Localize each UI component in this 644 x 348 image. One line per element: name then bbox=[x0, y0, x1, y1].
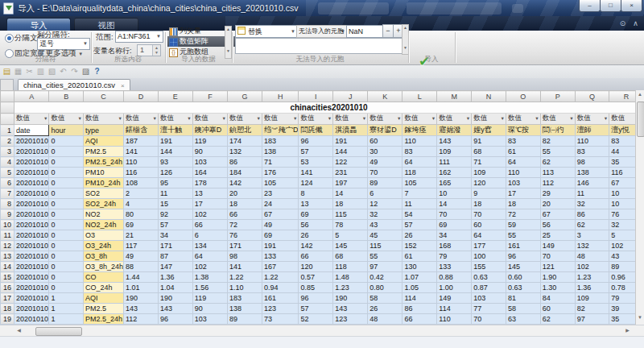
value-cell[interactable]: 105 bbox=[262, 178, 299, 188]
value-cell[interactable]: 1.01 bbox=[123, 283, 158, 293]
value-cell[interactable]: 43 bbox=[368, 220, 402, 230]
value-cell[interactable]: 77 bbox=[472, 304, 506, 314]
row-header[interactable]: 10 bbox=[1, 220, 14, 230]
value-cell[interactable]: 1.00 bbox=[437, 283, 472, 293]
value-cell[interactable]: 17 bbox=[506, 188, 540, 199]
dropdown-arrow-icon[interactable]: ▼ bbox=[293, 114, 297, 124]
value-cell[interactable]: 67 bbox=[540, 209, 575, 220]
value-cell[interactable]: 96 bbox=[299, 293, 333, 304]
column-type-cell[interactable]: ▼数值 bbox=[49, 114, 84, 125]
date-cell[interactable]: 20201010 bbox=[14, 241, 48, 251]
value-cell[interactable]: 25 bbox=[540, 230, 575, 241]
hour-cell[interactable]: 0 bbox=[49, 283, 84, 293]
variable-name-cell[interactable]: chinacities20201010 bbox=[14, 102, 643, 114]
hour-cell[interactable]: 0 bbox=[49, 178, 84, 188]
value-cell[interactable]: 1.22 bbox=[227, 272, 262, 283]
header-cell[interactable]: 鐭冲搴D bbox=[192, 125, 227, 136]
value-cell[interactable]: 14 bbox=[333, 188, 368, 199]
hour-cell[interactable]: 0 bbox=[49, 272, 84, 283]
value-cell[interactable]: 91 bbox=[472, 136, 506, 147]
header-cell[interactable]: 澶╂触 bbox=[158, 125, 192, 136]
value-cell[interactable]: 141 bbox=[299, 168, 333, 178]
type-cell[interactable]: PM2.5_24h bbox=[83, 157, 123, 168]
value-cell[interactable]: 111 bbox=[437, 157, 472, 168]
value-cell[interactable]: 30 bbox=[368, 147, 402, 157]
value-cell[interactable]: 118 bbox=[333, 262, 368, 272]
value-cell[interactable]: 6 bbox=[192, 230, 227, 241]
date-cell[interactable]: 20201010 bbox=[14, 283, 48, 293]
value-cell[interactable]: 115 bbox=[368, 241, 402, 251]
column-type-cell[interactable]: ▼数值 bbox=[506, 114, 540, 125]
value-cell[interactable]: 98 bbox=[575, 157, 609, 168]
value-cell[interactable]: 17 bbox=[192, 199, 227, 209]
type-cell[interactable]: SO2 bbox=[83, 188, 123, 199]
value-cell[interactable]: 80 bbox=[123, 209, 158, 220]
row-header[interactable]: 14 bbox=[1, 262, 14, 272]
value-cell[interactable]: 161 bbox=[262, 293, 299, 304]
horizontal-scrollbar[interactable]: ◀ ▶ bbox=[0, 325, 644, 337]
value-cell[interactable]: 62 bbox=[540, 314, 575, 325]
row-header[interactable]: 12 bbox=[1, 241, 14, 251]
row-header[interactable]: 6 bbox=[1, 178, 14, 188]
value-cell[interactable]: 171 bbox=[158, 241, 192, 251]
column-type-cell[interactable]: ▼数值 bbox=[192, 114, 227, 125]
scroll-left-icon[interactable]: ◀ bbox=[14, 327, 24, 334]
value-cell[interactable]: 141 bbox=[123, 147, 158, 157]
value-cell[interactable]: 13 bbox=[299, 199, 333, 209]
dropdown-arrow-icon[interactable]: ▼ bbox=[500, 114, 504, 124]
value-cell[interactable]: 49 bbox=[123, 251, 158, 262]
value-cell[interactable]: 102 bbox=[192, 209, 227, 220]
column-header[interactable]: M bbox=[437, 91, 472, 102]
date-cell[interactable]: 20201010 bbox=[14, 251, 48, 262]
row-header[interactable]: 19 bbox=[1, 314, 14, 325]
value-cell[interactable]: 72 bbox=[227, 220, 262, 230]
value-cell[interactable]: 34 bbox=[158, 230, 192, 241]
column-type-cell[interactable]: ▼数值 bbox=[575, 114, 609, 125]
value-cell[interactable]: 138 bbox=[262, 147, 299, 157]
dropdown-arrow-icon[interactable]: ▼ bbox=[431, 114, 436, 124]
value-cell[interactable]: 147 bbox=[158, 262, 192, 272]
value-cell[interactable]: 0.63 bbox=[472, 272, 506, 283]
hour-cell[interactable]: 0 bbox=[49, 157, 84, 168]
value-cell[interactable]: 71 bbox=[262, 157, 299, 168]
header-cell[interactable]: 鍖椾含 bbox=[123, 125, 158, 136]
value-cell[interactable]: 83 bbox=[402, 147, 437, 157]
save-icon[interactable]: ▦ bbox=[13, 66, 23, 77]
date-cell[interactable]: 20201010 bbox=[14, 293, 48, 304]
value-cell[interactable]: 130 bbox=[402, 262, 437, 272]
value-cell[interactable]: 122 bbox=[333, 157, 368, 168]
value-cell[interactable]: 184 bbox=[227, 168, 262, 178]
value-cell[interactable]: 18 bbox=[506, 199, 540, 209]
value-cell[interactable]: 55 bbox=[540, 147, 575, 157]
value-cell[interactable]: 70 bbox=[437, 209, 472, 220]
value-cell[interactable]: 144 bbox=[333, 147, 368, 157]
date-cell[interactable]: 20201010 bbox=[14, 209, 48, 220]
hour-cell[interactable]: 0 bbox=[49, 251, 84, 262]
delimited-file-radio[interactable] bbox=[5, 34, 14, 43]
value-cell[interactable]: 20 bbox=[540, 199, 575, 209]
value-cell[interactable]: 81 bbox=[506, 293, 540, 304]
value-cell[interactable]: 102 bbox=[575, 262, 609, 272]
type-cell[interactable]: PM2.5_24h bbox=[83, 314, 123, 325]
value-cell[interactable]: 26 bbox=[368, 304, 402, 314]
value-cell[interactable]: 58 bbox=[506, 304, 540, 314]
value-cell[interactable]: 49 bbox=[262, 220, 299, 230]
value-cell[interactable]: 132 bbox=[227, 147, 262, 157]
value-cell[interactable]: 0.42 bbox=[368, 272, 402, 283]
row-header[interactable]: 1 bbox=[1, 125, 14, 136]
value-cell[interactable]: 66 bbox=[227, 209, 262, 220]
replacement-value-input[interactable]: NaN bbox=[346, 25, 383, 38]
value-cell[interactable]: 110 bbox=[123, 157, 158, 168]
row-header[interactable]: 4 bbox=[1, 157, 14, 168]
type-cell[interactable]: SO2_24h bbox=[83, 199, 123, 209]
value-cell[interactable]: 64 bbox=[192, 251, 227, 262]
value-cell[interactable]: 121 bbox=[540, 262, 575, 272]
value-cell[interactable]: 92 bbox=[158, 209, 192, 220]
value-cell[interactable]: 1.23 bbox=[575, 272, 609, 283]
value-cell[interactable]: 119 bbox=[192, 293, 227, 304]
value-cell[interactable]: 1.10 bbox=[227, 283, 262, 293]
header-cell[interactable]: 绉︾殗宀D bbox=[262, 125, 299, 136]
type-cell[interactable]: CO bbox=[83, 272, 123, 283]
value-cell[interactable]: 61 bbox=[506, 147, 540, 157]
scroll-up-icon[interactable]: ▲ bbox=[638, 92, 642, 97]
